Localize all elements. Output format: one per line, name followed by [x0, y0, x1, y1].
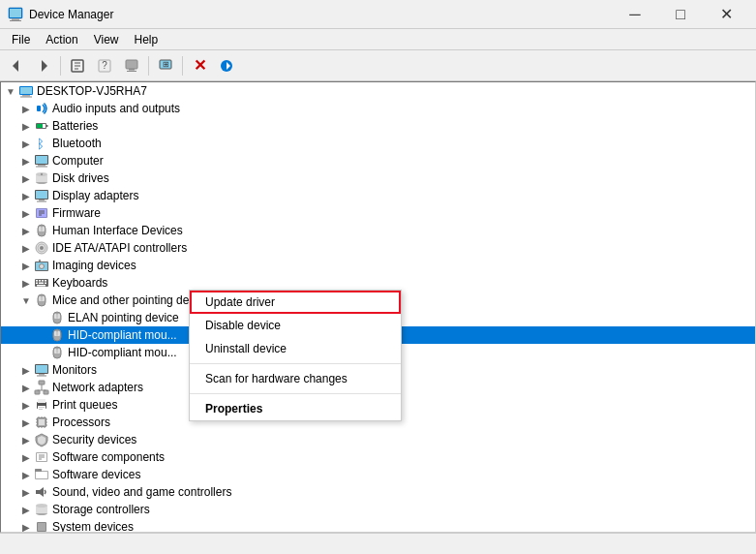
tree-sw-devices[interactable]: ▶ Software devices — [1, 466, 755, 483]
toolbar-forward[interactable] — [31, 54, 56, 77]
toolbar-back[interactable] — [4, 54, 29, 77]
toolbar-disable[interactable] — [119, 54, 144, 77]
toolbar-update-driver[interactable]: ? — [92, 54, 117, 77]
maximize-button[interactable]: □ — [658, 0, 703, 29]
svg-rect-80 — [57, 349, 60, 354]
toolbar-properties[interactable] — [65, 54, 90, 77]
display-expander[interactable]: ▶ — [18, 188, 34, 203]
minimize-button[interactable]: ─ — [613, 0, 657, 29]
audio-expander[interactable]: ▶ — [18, 101, 34, 116]
main-content: ▼ DESKTOP-VJ5RHA7 ▶ Audio inputs and out… — [0, 81, 756, 533]
tree-display[interactable]: ▶ Display adapters — [1, 187, 755, 204]
hid-mouse-1-label: HID-compliant mou... — [68, 328, 177, 342]
svg-rect-12 — [126, 60, 137, 69]
context-properties[interactable]: Properties — [190, 397, 401, 420]
context-update-driver[interactable]: Update driver — [190, 291, 401, 314]
window-title: Device Manager — [29, 8, 613, 21]
hid-mouse-1-icon — [49, 327, 65, 343]
disk-expander[interactable]: ▶ — [18, 170, 34, 186]
computer-expander[interactable]: ▶ — [18, 153, 34, 169]
imaging-expander[interactable]: ▶ — [18, 258, 34, 273]
batteries-expander[interactable]: ▶ — [18, 118, 34, 134]
network-label: Network adapters — [52, 381, 143, 394]
batteries-icon — [34, 118, 49, 134]
context-scan[interactable]: Scan for hardware changes — [190, 367, 401, 390]
toolbar: ? ⊞ ✕ — [0, 50, 756, 81]
hid-icon — [34, 223, 49, 238]
svg-rect-14 — [127, 71, 136, 72]
sw-devices-expander[interactable]: ▶ — [18, 467, 34, 482]
tree-disk[interactable]: ▶ Disk drives — [1, 169, 755, 187]
svg-rect-1 — [10, 9, 21, 17]
sound-expander[interactable]: ▶ — [18, 484, 34, 500]
context-disable[interactable]: Disable device — [190, 314, 401, 337]
tree-security[interactable]: ▶ Security devices — [1, 431, 755, 448]
tree-ide[interactable]: ▶ IDE ATA/ATAPI controllers — [1, 239, 755, 257]
processors-expander[interactable]: ▶ — [18, 415, 34, 430]
tree-storage[interactable]: ▶ Storage controllers — [1, 501, 755, 518]
menu-help[interactable]: Help — [127, 31, 166, 48]
svg-rect-84 — [39, 374, 45, 376]
processors-label: Processors — [52, 416, 110, 429]
sw-components-label: Software components — [52, 450, 165, 464]
menu-action[interactable]: Action — [38, 31, 85, 48]
keyboards-label: Keyboards — [52, 276, 107, 290]
root-expander[interactable]: ▼ — [3, 83, 18, 99]
system-label: System devices — [52, 520, 134, 533]
svg-rect-38 — [36, 191, 47, 199]
storage-icon — [34, 502, 49, 517]
bluetooth-expander[interactable]: ▶ — [18, 136, 34, 151]
svg-point-36 — [41, 173, 43, 175]
svg-rect-22 — [20, 97, 32, 98]
root-icon — [18, 83, 34, 99]
system-expander[interactable]: ▶ — [18, 519, 34, 533]
sw-devices-label: Software devices — [52, 468, 140, 481]
security-expander[interactable]: ▶ — [18, 432, 34, 447]
imaging-label: Imaging devices — [52, 259, 136, 272]
tree-sound[interactable]: ▶ Sound, video and game controllers — [1, 483, 755, 501]
mice-expander[interactable]: ▼ — [18, 292, 34, 308]
sound-icon — [34, 484, 49, 500]
tree-audio[interactable]: ▶ Audio inputs and outputs — [1, 100, 755, 117]
context-separator-2 — [190, 393, 401, 394]
svg-rect-32 — [36, 167, 47, 168]
tree-firmware[interactable]: ▶ Firmware — [1, 204, 755, 222]
monitors-expander[interactable]: ▶ — [18, 362, 34, 378]
sw-components-expander[interactable]: ▶ — [18, 449, 34, 465]
tree-hid[interactable]: ▶ Human Interface Devices — [1, 222, 755, 239]
svg-rect-13 — [129, 69, 135, 71]
storage-label: Storage controllers — [52, 503, 150, 516]
tree-system[interactable]: ▶ System devices — [1, 518, 755, 533]
svg-rect-2 — [12, 18, 19, 20]
update-driver-label: Update driver — [205, 295, 275, 309]
security-icon — [34, 432, 49, 447]
tree-batteries[interactable]: ▶ Batteries — [1, 117, 755, 135]
svg-rect-87 — [35, 390, 40, 394]
svg-rect-62 — [36, 283, 38, 285]
ide-expander[interactable]: ▶ — [18, 240, 34, 256]
tree-computer[interactable]: ▶ Computer — [1, 152, 755, 169]
svg-rect-72 — [57, 314, 60, 319]
hid-expander[interactable]: ▶ — [18, 223, 34, 238]
context-uninstall[interactable]: Uninstall device — [190, 337, 401, 360]
tree-bluetooth[interactable]: ▶ ᛒ Bluetooth — [1, 135, 755, 152]
tree-imaging[interactable]: ▶ Imaging devices — [1, 257, 755, 274]
scan-label: Scan for hardware changes — [205, 372, 348, 385]
menu-file[interactable]: File — [4, 31, 38, 48]
tree-root[interactable]: ▼ DESKTOP-VJ5RHA7 — [1, 82, 755, 100]
keyboards-expander[interactable]: ▶ — [18, 275, 34, 291]
menu-view[interactable]: View — [86, 31, 127, 48]
svg-rect-96 — [39, 409, 43, 410]
firmware-expander[interactable]: ▶ — [18, 205, 34, 221]
network-expander[interactable]: ▶ — [18, 380, 34, 395]
toolbar-add-hardware[interactable] — [214, 54, 239, 77]
toolbar-scan[interactable]: ⊞ — [153, 54, 178, 77]
properties-label: Properties — [205, 402, 262, 416]
toolbar-uninstall[interactable]: ✕ — [187, 54, 212, 77]
svg-rect-23 — [37, 106, 41, 111]
svg-rect-27 — [46, 125, 48, 127]
storage-expander[interactable]: ▶ — [18, 502, 34, 517]
print-expander[interactable]: ▶ — [18, 397, 34, 413]
close-button[interactable]: ✕ — [704, 0, 748, 29]
tree-sw-components[interactable]: ▶ Software components — [1, 448, 755, 466]
